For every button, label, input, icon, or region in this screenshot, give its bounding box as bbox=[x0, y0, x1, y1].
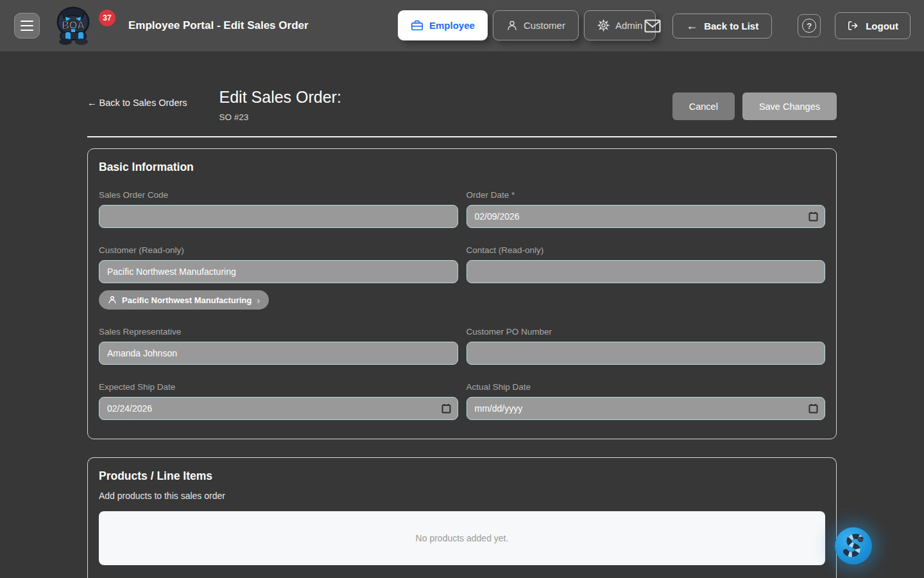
contact-label: Contact (Read-only) bbox=[466, 245, 826, 255]
back-to-sales-orders-link[interactable]: ← Back to Sales Orders bbox=[87, 98, 187, 108]
mail-icon[interactable] bbox=[644, 19, 661, 33]
person-icon bbox=[108, 295, 117, 304]
basic-information-title: Basic Information bbox=[99, 161, 825, 174]
actual-ship-date-label: Actual Ship Date bbox=[466, 382, 826, 392]
back-to-list-button[interactable]: ← Back to List bbox=[672, 13, 772, 39]
field-customer-po: Customer PO Number bbox=[466, 327, 826, 365]
top-header: BOA 37 Employee Portal - Edit Sales Orde… bbox=[0, 0, 924, 51]
products-card: Products / Line Items Add products to th… bbox=[87, 457, 837, 578]
tab-label: Customer bbox=[524, 20, 565, 31]
order-date-label: Order Date * bbox=[466, 190, 826, 200]
customer-label: Customer (Read-only) bbox=[99, 245, 458, 255]
tab-employee[interactable]: Employee bbox=[398, 10, 488, 40]
logout-button[interactable]: Logout bbox=[835, 12, 911, 39]
calendar-icon[interactable] bbox=[809, 211, 818, 222]
left-arrow-icon: ← bbox=[87, 98, 97, 108]
field-expected-ship-date: Expected Ship Date bbox=[99, 382, 458, 420]
customer-input[interactable] bbox=[99, 260, 458, 283]
tab-label: Employee bbox=[429, 20, 475, 31]
products-title: Products / Line Items bbox=[99, 469, 825, 483]
products-empty-message: No products added yet. bbox=[416, 533, 509, 543]
customer-po-label: Customer PO Number bbox=[466, 327, 826, 337]
field-customer: Customer (Read-only) Pacific Northwest M… bbox=[99, 245, 458, 310]
notification-badge: 37 bbox=[99, 10, 116, 26]
field-sales-order-code: Sales Order Code bbox=[99, 190, 458, 228]
customer-chip-button[interactable]: Pacific Northwest Manufacturing › bbox=[99, 290, 269, 310]
assistant-fab-button[interactable] bbox=[835, 527, 872, 565]
page-subtitle: SO #23 bbox=[219, 112, 341, 122]
tab-label: Admin bbox=[615, 20, 643, 31]
menu-hamburger-button[interactable] bbox=[14, 13, 40, 39]
sales-order-code-input[interactable] bbox=[99, 205, 458, 228]
title-block: Edit Sales Order: SO #23 bbox=[219, 88, 341, 122]
order-date-input[interactable] bbox=[466, 205, 826, 228]
left-arrow-icon: ← bbox=[686, 19, 697, 33]
boa-logo: BOA bbox=[53, 5, 94, 46]
expected-ship-date-label: Expected Ship Date bbox=[99, 382, 458, 392]
products-subtitle: Add products to this sales order bbox=[99, 491, 825, 501]
app-title: Employee Portal - Edit Sales Order bbox=[128, 19, 309, 32]
expected-ship-date-input[interactable] bbox=[99, 397, 458, 420]
briefcase-icon bbox=[411, 20, 424, 31]
products-empty-panel: No products added yet. bbox=[99, 511, 825, 565]
back-to-list-label: Back to List bbox=[704, 21, 758, 31]
tab-customer[interactable]: Customer bbox=[493, 10, 579, 40]
page-actions: Cancel Save Changes bbox=[672, 92, 837, 120]
basic-information-form: Sales Order Code Order Date * bbox=[99, 190, 825, 420]
back-link-label: Back to Sales Orders bbox=[99, 98, 187, 108]
calendar-icon[interactable] bbox=[441, 403, 451, 414]
contact-input[interactable] bbox=[466, 260, 826, 283]
title-divider bbox=[87, 136, 837, 137]
customer-po-input[interactable] bbox=[466, 342, 826, 365]
chevron-right-icon: › bbox=[257, 295, 260, 306]
field-actual-ship-date: Actual Ship Date bbox=[466, 382, 826, 420]
gear-icon bbox=[597, 19, 610, 31]
main-content: ← Back to Sales Orders Edit Sales Order:… bbox=[87, 88, 837, 578]
customer-chip-label: Pacific Northwest Manufacturing bbox=[122, 295, 252, 305]
basic-information-card: Basic Information Sales Order Code Order… bbox=[87, 148, 837, 439]
header-actions: ← Back to List ? Logout bbox=[644, 0, 911, 51]
portal-tabs: Employee Customer Admin bbox=[398, 10, 656, 40]
page-header: ← Back to Sales Orders Edit Sales Order:… bbox=[87, 88, 837, 122]
logout-icon bbox=[847, 20, 859, 31]
field-order-date: Order Date * bbox=[466, 190, 826, 228]
field-contact: Contact (Read-only) bbox=[466, 245, 826, 310]
page-title: Edit Sales Order: bbox=[219, 88, 341, 107]
person-icon bbox=[506, 20, 518, 31]
question-icon: ? bbox=[802, 19, 816, 33]
sales-representative-label: Sales Representative bbox=[99, 327, 458, 337]
logout-label: Logout bbox=[866, 21, 898, 31]
help-button[interactable]: ? bbox=[798, 14, 821, 37]
logo-text: BOA bbox=[62, 20, 85, 31]
cancel-button[interactable]: Cancel bbox=[672, 92, 735, 120]
field-sales-representative: Sales Representative bbox=[99, 327, 458, 365]
sales-order-code-label: Sales Order Code bbox=[99, 190, 458, 200]
calendar-icon[interactable] bbox=[809, 403, 818, 414]
snake-icon bbox=[839, 532, 868, 560]
actual-ship-date-input[interactable] bbox=[466, 397, 826, 420]
save-changes-button[interactable]: Save Changes bbox=[742, 92, 837, 120]
sales-representative-input[interactable] bbox=[99, 342, 458, 365]
